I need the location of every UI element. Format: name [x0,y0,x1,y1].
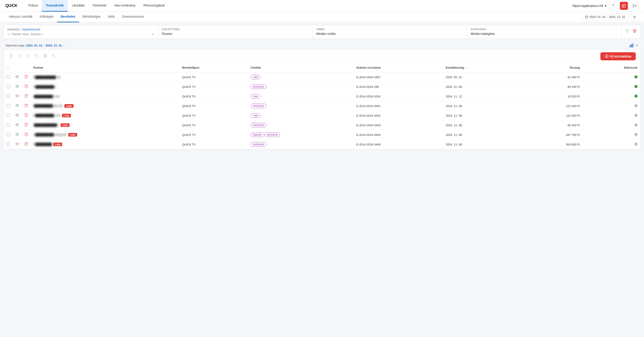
nav-item-penzmosgasok[interactable]: Pénzmozgások [140,0,169,12]
nav-item-partnerek[interactable]: Partnerek [89,0,110,12]
row-checkbox-7[interactable] [6,142,10,146]
cimkek-6: kakukktechnical [248,130,354,140]
svg-point-30 [17,124,18,125]
esedekesseg-2: 2024. 11. 12. [443,92,524,101]
row-view-icon-6[interactable] [16,133,19,137]
row-checkbox-5[interactable] [6,123,10,127]
subnav-bevetelek[interactable]: Bevételek [57,12,79,22]
table-row: N████████LejárQUiCK TVtechnicalE-2014-20… [4,140,640,149]
calendar-icon [585,15,588,18]
row-doc-icon-5[interactable] [24,123,28,127]
table-row: R█████████ft.QUiCK TVtechnicalE-2014-202… [4,82,640,92]
esedekesseg-4: 2024. 11. 08. [443,111,524,120]
transactions-table: Partner Bevételtípus Címkék Számla sorsz… [4,63,640,149]
period-range: 2024. 01. 01. - 2024. 12. 31. [26,44,62,47]
period-bar: Teljesítés ideje: 2024. 01. 01. - 2024. … [0,41,644,49]
svg-point-7 [634,17,634,18]
app-logo: QUiCK [5,3,17,8]
beveteteltipus-0: QUiCK TV [179,72,248,82]
subnav-adok[interactable]: Adók [104,12,118,22]
toolbar-icons [8,53,56,60]
row-view-icon-7[interactable] [16,143,19,146]
row-checkbox-6[interactable] [6,133,10,136]
osszeg-2: 10 033 Ft [524,92,582,101]
add-new-button[interactable]: Új hozzáadása [600,52,636,60]
kategoria-value[interactable]: Minden kategória [471,32,618,35]
notifications-button[interactable] [620,2,628,10]
row-view-icon-3[interactable] [16,104,19,108]
status-dot-0 [634,75,638,78]
logout-button[interactable] [630,2,639,10]
subnav-koltsegek[interactable]: Költségek [36,12,57,22]
row-checkbox-4[interactable] [6,113,10,117]
row-doc-icon-4[interactable] [24,114,28,118]
partner-name-5: I███████████ft. [33,123,59,127]
row-doc-icon-0[interactable] [24,75,28,79]
subnav-berkoltségek[interactable]: Bérköltségek [79,12,104,22]
beveteteltipus-6: QUiCK TV [179,130,248,140]
filter-clear-button[interactable] [632,28,638,35]
label-tag-technical-5: technical [251,123,266,127]
svg-rect-16 [631,44,632,47]
lejart-badge: Lejár [60,123,70,127]
partner-name-4: K█████████p Kft. [33,114,60,117]
nav-item-pulzus[interactable]: Pulzus [24,0,42,12]
osszeg-7: 304 800 Ft [524,140,582,149]
row-checkbox-1[interactable] [6,85,10,88]
row-view-icon-2[interactable] [16,94,19,98]
chevron-down-icon[interactable] [635,43,639,47]
row-view-icon-0[interactable] [16,75,19,79]
esedekesseg-5: 2024. 11. 08. [443,120,524,130]
row-view-icon-1[interactable] [16,85,19,89]
col-esedekesseg[interactable]: Esedékesség ↓ [443,63,524,72]
nav-item-havi-eredmeny[interactable]: Havi eredmény [110,0,140,12]
cimke-value[interactable]: Minden címke [316,32,463,35]
select-all-checkbox[interactable] [6,65,10,69]
nav-item-likviditas[interactable]: Likviditás [68,0,89,12]
copy-icon[interactable] [34,53,40,60]
szamla-sorszama-6: E-2014-2024-3444 [354,130,443,140]
row-doc-icon-3[interactable] [24,104,28,108]
subnav-hianyos-szamlak[interactable]: Hiányos számlák [5,12,36,22]
row-checkbox-3[interactable] [6,104,10,107]
col-cimkek: Címkék [248,63,354,72]
row-checkbox-0[interactable] [6,75,10,79]
status-dot-3 [634,104,638,107]
top-nav-items: Pulzus Tranzakciók Likviditás Partnerek … [24,0,572,12]
search-default-link[interactable]: Alapértelmezett [22,28,40,31]
cimkek-5: technical [248,120,354,130]
select-all-header[interactable] [4,63,13,72]
delete-icon[interactable] [8,53,14,60]
status-dot-4 [634,114,638,117]
row-view-icon-5[interactable] [16,123,19,127]
filter-adjust-button[interactable] [630,13,639,21]
sub-nav: Hiányos számlák Költségek Bevételek Bérk… [0,12,644,22]
chart-icon[interactable] [629,43,634,48]
receipt-icon[interactable] [17,53,22,60]
search-input[interactable] [12,32,150,36]
filter-search-section: KERESÉS Alapértelmezett [4,25,158,38]
help-button[interactable]: ? [609,2,617,10]
row-doc-icon-7[interactable] [24,143,28,146]
fizetettség-value[interactable]: Összes [162,32,309,35]
subnav-dokumentumok[interactable]: Dokumentumok [118,12,148,22]
row-doc-icon-1[interactable] [24,85,28,89]
beveteteltipus-5: QUiCK TV [179,120,248,130]
svg-point-6 [635,16,636,17]
date-range-picker[interactable]: 2024. 01. 01. - 2024. 12. 31. [582,14,629,20]
coins-icon[interactable] [51,53,56,60]
sliders-icon[interactable] [152,33,154,36]
table-area: Új hozzáadása Partner Bevételtípus Címké… [4,49,640,149]
company-selector[interactable]: Riport Applications Kft. ▾ [572,4,606,7]
row-checkbox-2[interactable] [6,94,10,98]
szamla-sorszama-7: E-2014-2024-3449 [354,140,443,149]
filter-icon-button[interactable] [624,28,630,35]
row-view-icon-4[interactable] [16,114,19,118]
svg-point-31 [17,134,18,135]
row-doc-icon-6[interactable] [24,133,28,137]
tag-icon[interactable] [25,53,31,60]
nav-item-tranzakciok[interactable]: Tranzakciók [42,0,68,12]
search-icon [8,33,10,36]
row-doc-icon-2[interactable] [24,94,28,98]
table-icon[interactable] [42,53,48,60]
